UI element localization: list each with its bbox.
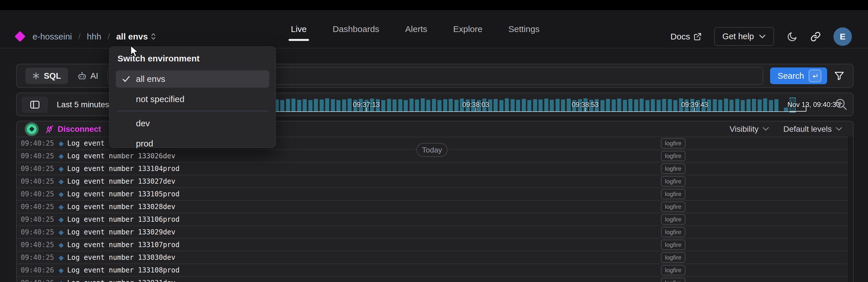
histogram-bar (308, 100, 312, 112)
breadcrumb-org[interactable]: e-hosseini (33, 32, 72, 41)
visibility-label: Visibility (730, 124, 758, 134)
service-badge: logfire (661, 227, 685, 237)
log-rows: 09:40:25◆Log eventlogfire09:40:25◆Log ev… (17, 137, 848, 282)
histogram-tick-mark (694, 108, 695, 111)
histogram-bar (550, 100, 554, 112)
environment-options: all envsnot specifieddevprod (116, 70, 269, 152)
tab-dashboards[interactable]: Dashboards (333, 24, 379, 34)
histogram-bar (527, 100, 531, 112)
log-row[interactable]: 09:40:26◆Log event number 133108prodlogf… (17, 263, 848, 276)
log-row[interactable]: 09:40:25◆Log event number 133029devlogfi… (17, 225, 848, 238)
end-marker-line (790, 111, 806, 112)
env-option-all-envs[interactable]: all envs (116, 70, 269, 88)
zoom-in-icon[interactable] (835, 98, 848, 111)
service-badge: logfire (661, 176, 685, 187)
default-levels-dropdown[interactable]: Default levels (783, 124, 843, 134)
env-option-not-specified[interactable]: not specified (116, 90, 269, 108)
tab-settings[interactable]: Settings (508, 24, 539, 34)
histogram-bar (651, 99, 655, 112)
histogram-bar (494, 99, 498, 112)
docs-link[interactable]: Docs (671, 32, 702, 41)
log-row[interactable]: 09:40:25◆Log event number 133106prodlogf… (17, 213, 848, 225)
disconnect-label: Disconnect (58, 124, 101, 134)
log-timestamp: 09:40:25 (21, 241, 54, 249)
tab-live[interactable]: Live (291, 24, 307, 34)
panel-left-icon (30, 100, 40, 109)
histogram-bar (645, 100, 649, 112)
log-level-diamond-icon: ◆ (59, 178, 64, 185)
log-level-diamond-icon: ◆ (59, 216, 64, 223)
log-row[interactable]: 09:40:25◆Log event number 133027devlogfi… (17, 175, 848, 188)
histogram-bar (600, 100, 604, 112)
histogram-bar (567, 98, 571, 112)
histogram-bar (606, 99, 610, 112)
log-level-diamond-icon: ◆ (59, 241, 64, 249)
histogram-bar (280, 100, 284, 112)
log-message: Log event number 133107prod (67, 241, 179, 249)
nav-tabs: LiveDashboardsAlertsExploreSettings (291, 10, 540, 48)
log-timestamp: 09:40:25 (21, 165, 54, 173)
log-message: Log event number 133031dev (67, 279, 175, 282)
log-timestamp: 09:40:25 (21, 139, 54, 147)
log-row[interactable]: 09:40:25◆Log event number 133028devlogfi… (17, 200, 848, 213)
docs-label: Docs (671, 32, 690, 41)
histogram-bar (617, 98, 621, 112)
filter-funnel-icon[interactable] (834, 71, 844, 81)
log-row[interactable]: 09:40:26◆Log event number 133031devlogfi… (17, 276, 848, 282)
tab-alerts[interactable]: Alerts (405, 24, 427, 34)
histogram-bar (763, 98, 767, 112)
log-message: Log event number 133108prod (67, 266, 179, 274)
log-row[interactable]: 09:40:25◆Log event number 133107prodlogf… (17, 238, 848, 251)
histogram-bar (437, 100, 441, 112)
log-level-diamond-icon: ◆ (59, 266, 64, 274)
search-button[interactable]: Search (770, 67, 827, 84)
copy-link-icon[interactable] (810, 31, 821, 42)
env-option-dev[interactable]: dev (116, 115, 269, 132)
log-level-diamond-icon: ◆ (59, 165, 64, 172)
mouse-cursor (129, 45, 141, 58)
user-avatar[interactable]: E (833, 27, 852, 46)
histogram-bar (556, 99, 560, 112)
external-link-icon (693, 33, 702, 41)
log-level-diamond-icon: ◆ (59, 140, 64, 147)
histogram-bar (730, 100, 734, 112)
histogram-bar (628, 99, 632, 112)
logfire-logo-icon[interactable] (14, 31, 25, 42)
avatar-initial: E (840, 32, 845, 41)
visibility-dropdown[interactable]: Visibility (730, 124, 770, 134)
get-help-label: Get help (722, 32, 754, 41)
log-scrollbar[interactable] (848, 137, 853, 282)
log-message: Log event (67, 139, 104, 147)
env-option-prod[interactable]: prod (116, 135, 269, 152)
log-level-diamond-icon: ◆ (59, 203, 64, 210)
environment-switcher[interactable]: all envs (116, 32, 156, 41)
log-message: Log event number 133026dev (67, 152, 175, 160)
default-levels-label: Default levels (783, 124, 832, 134)
sidebar-toggle-button[interactable] (22, 96, 48, 113)
get-help-button[interactable]: Get help (714, 27, 774, 46)
histogram-bar (657, 100, 661, 112)
time-range-label: Last 5 minutes (57, 100, 109, 109)
breadcrumb-project[interactable]: hhh (87, 32, 101, 41)
ai-mode-button[interactable]: AI (75, 71, 100, 81)
log-row[interactable]: 09:40:25◆Log event number 133104prodlogf… (17, 162, 848, 175)
dark-mode-moon-icon[interactable] (787, 31, 798, 42)
asterisk-icon (32, 72, 40, 80)
sql-label: SQL (44, 71, 61, 81)
histogram-bar (746, 99, 750, 112)
histogram-tick-mark (585, 108, 586, 111)
log-row[interactable]: 09:40:25◆Log event number 133105prodlogf… (17, 188, 848, 200)
log-message: Log event number 133106prod (67, 216, 179, 223)
sql-mode-button[interactable]: SQL (25, 68, 68, 84)
tab-explore[interactable]: Explore (453, 24, 483, 34)
histogram-bar (387, 99, 391, 112)
updown-chevron-icon (151, 33, 156, 40)
log-row[interactable]: 09:40:25◆Log event number 133030devlogfi… (17, 251, 848, 263)
histogram-bar (522, 99, 526, 112)
breadcrumb-separator: / (78, 32, 81, 41)
log-level-diamond-icon: ◆ (59, 228, 64, 236)
log-timestamp: 09:40:25 (21, 216, 54, 223)
disconnect-button[interactable]: Disconnect (45, 124, 101, 134)
log-level-diamond-icon: ◆ (59, 152, 64, 160)
histogram-bar (314, 99, 318, 112)
